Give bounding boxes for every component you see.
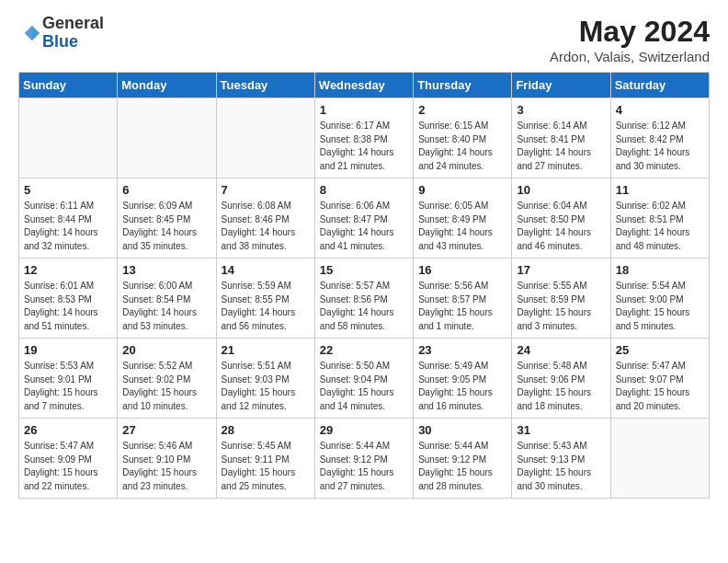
day-number: 6 xyxy=(122,183,210,197)
day-number: 12 xyxy=(24,263,112,277)
cell-info: Sunrise: 6:01 AM Sunset: 8:53 PM Dayligh… xyxy=(24,280,112,333)
logo-general-text: General xyxy=(42,15,104,33)
day-number: 29 xyxy=(320,423,408,437)
calendar-cell: 27Sunrise: 5:46 AM Sunset: 9:10 PM Dayli… xyxy=(118,419,216,499)
calendar-table: SundayMondayTuesdayWednesdayThursdayFrid… xyxy=(18,72,710,499)
day-header-wednesday: Wednesday xyxy=(314,73,413,98)
cell-info: Sunrise: 5:44 AM Sunset: 9:12 PM Dayligh… xyxy=(320,440,408,493)
calendar-cell xyxy=(610,419,709,499)
day-number: 2 xyxy=(418,103,506,117)
day-number: 27 xyxy=(122,423,210,437)
cell-info: Sunrise: 6:17 AM Sunset: 8:38 PM Dayligh… xyxy=(320,120,408,173)
calendar-cell: 15Sunrise: 5:57 AM Sunset: 8:56 PM Dayli… xyxy=(314,259,413,339)
cell-info: Sunrise: 6:09 AM Sunset: 8:45 PM Dayligh… xyxy=(122,200,210,253)
calendar-cell: 22Sunrise: 5:50 AM Sunset: 9:04 PM Dayli… xyxy=(314,339,413,419)
day-number: 15 xyxy=(320,263,408,277)
header-row: SundayMondayTuesdayWednesdayThursdayFrid… xyxy=(19,73,710,98)
day-number: 5 xyxy=(24,183,112,197)
calendar-cell: 10Sunrise: 6:04 AM Sunset: 8:50 PM Dayli… xyxy=(512,178,610,259)
calendar-cell: 13Sunrise: 6:00 AM Sunset: 8:54 PM Dayli… xyxy=(118,259,216,339)
calendar-cell xyxy=(19,98,118,178)
calendar-body: 1Sunrise: 6:17 AM Sunset: 8:38 PM Daylig… xyxy=(19,98,710,499)
logo-text: General Blue xyxy=(42,15,104,52)
cell-info: Sunrise: 5:54 AM Sunset: 9:00 PM Dayligh… xyxy=(616,280,704,333)
cell-info: Sunrise: 6:15 AM Sunset: 8:40 PM Dayligh… xyxy=(418,120,506,173)
week-row-1: 1Sunrise: 6:17 AM Sunset: 8:38 PM Daylig… xyxy=(19,98,710,178)
cell-info: Sunrise: 6:06 AM Sunset: 8:47 PM Dayligh… xyxy=(320,200,408,253)
calendar-cell: 30Sunrise: 5:44 AM Sunset: 9:12 PM Dayli… xyxy=(414,419,512,499)
calendar-cell: 12Sunrise: 6:01 AM Sunset: 8:53 PM Dayli… xyxy=(19,259,118,339)
day-header-sunday: Sunday xyxy=(19,73,118,98)
calendar-cell: 18Sunrise: 5:54 AM Sunset: 9:00 PM Dayli… xyxy=(610,259,709,339)
cell-info: Sunrise: 6:11 AM Sunset: 8:44 PM Dayligh… xyxy=(24,200,112,253)
calendar-cell: 17Sunrise: 5:55 AM Sunset: 8:59 PM Dayli… xyxy=(512,259,610,339)
cell-info: Sunrise: 6:04 AM Sunset: 8:50 PM Dayligh… xyxy=(517,200,605,253)
cell-info: Sunrise: 6:08 AM Sunset: 8:46 PM Dayligh… xyxy=(222,200,310,253)
calendar-cell: 24Sunrise: 5:48 AM Sunset: 9:06 PM Dayli… xyxy=(512,339,610,419)
cell-info: Sunrise: 5:44 AM Sunset: 9:12 PM Dayligh… xyxy=(418,440,506,493)
day-number: 26 xyxy=(24,423,112,437)
calendar-cell xyxy=(118,98,216,178)
cell-info: Sunrise: 5:48 AM Sunset: 9:06 PM Dayligh… xyxy=(517,360,605,413)
day-number: 28 xyxy=(222,423,310,437)
cell-info: Sunrise: 6:14 AM Sunset: 8:41 PM Dayligh… xyxy=(517,120,605,173)
day-number: 20 xyxy=(122,343,210,357)
month-year: May 2024 xyxy=(550,15,710,49)
calendar-cell: 20Sunrise: 5:52 AM Sunset: 9:02 PM Dayli… xyxy=(118,339,216,419)
calendar-wrapper: SundayMondayTuesdayWednesdayThursdayFrid… xyxy=(0,72,728,508)
day-number: 11 xyxy=(616,183,704,197)
logo-blue-text: Blue xyxy=(42,33,104,52)
page-header: General Blue May 2024 Ardon, Valais, Swi… xyxy=(0,0,728,72)
calendar-cell: 19Sunrise: 5:53 AM Sunset: 9:01 PM Dayli… xyxy=(19,339,118,419)
day-number: 13 xyxy=(122,263,210,277)
cell-info: Sunrise: 5:52 AM Sunset: 9:02 PM Dayligh… xyxy=(122,360,210,413)
calendar-cell: 26Sunrise: 5:47 AM Sunset: 9:09 PM Dayli… xyxy=(19,419,118,499)
cell-info: Sunrise: 5:59 AM Sunset: 8:55 PM Dayligh… xyxy=(222,280,310,333)
day-number: 21 xyxy=(222,343,310,357)
calendar-cell: 31Sunrise: 5:43 AM Sunset: 9:13 PM Dayli… xyxy=(512,419,610,499)
cell-info: Sunrise: 6:00 AM Sunset: 8:54 PM Dayligh… xyxy=(122,280,210,333)
cell-info: Sunrise: 5:50 AM Sunset: 9:04 PM Dayligh… xyxy=(320,360,408,413)
day-number: 16 xyxy=(418,263,506,277)
day-number: 4 xyxy=(616,103,704,117)
day-number: 10 xyxy=(517,183,605,197)
day-number: 22 xyxy=(320,343,408,357)
day-number: 1 xyxy=(320,103,408,117)
cell-info: Sunrise: 6:05 AM Sunset: 8:49 PM Dayligh… xyxy=(418,200,506,253)
calendar-cell: 9Sunrise: 6:05 AM Sunset: 8:49 PM Daylig… xyxy=(414,178,512,259)
day-header-friday: Friday xyxy=(512,73,610,98)
day-number: 31 xyxy=(517,423,605,437)
cell-info: Sunrise: 6:12 AM Sunset: 8:42 PM Dayligh… xyxy=(616,120,704,173)
calendar-cell: 7Sunrise: 6:08 AM Sunset: 8:46 PM Daylig… xyxy=(216,178,314,259)
cell-info: Sunrise: 5:51 AM Sunset: 9:03 PM Dayligh… xyxy=(222,360,310,413)
day-number: 3 xyxy=(517,103,605,117)
week-row-3: 12Sunrise: 6:01 AM Sunset: 8:53 PM Dayli… xyxy=(19,259,710,339)
day-number: 25 xyxy=(616,343,704,357)
day-header-monday: Monday xyxy=(118,73,216,98)
title-block: May 2024 Ardon, Valais, Switzerland xyxy=(550,15,710,64)
cell-info: Sunrise: 5:45 AM Sunset: 9:11 PM Dayligh… xyxy=(222,440,310,493)
day-header-saturday: Saturday xyxy=(610,73,709,98)
calendar-cell: 14Sunrise: 5:59 AM Sunset: 8:55 PM Dayli… xyxy=(216,259,314,339)
calendar-cell: 2Sunrise: 6:15 AM Sunset: 8:40 PM Daylig… xyxy=(414,98,512,178)
day-header-thursday: Thursday xyxy=(414,73,512,98)
calendar-cell: 6Sunrise: 6:09 AM Sunset: 8:45 PM Daylig… xyxy=(118,178,216,259)
cell-info: Sunrise: 5:57 AM Sunset: 8:56 PM Dayligh… xyxy=(320,280,408,333)
calendar-cell: 16Sunrise: 5:56 AM Sunset: 8:57 PM Dayli… xyxy=(414,259,512,339)
day-number: 24 xyxy=(517,343,605,357)
calendar-cell: 5Sunrise: 6:11 AM Sunset: 8:44 PM Daylig… xyxy=(19,178,118,259)
day-header-tuesday: Tuesday xyxy=(216,73,314,98)
calendar-cell: 8Sunrise: 6:06 AM Sunset: 8:47 PM Daylig… xyxy=(314,178,413,259)
logo-icon xyxy=(22,23,42,43)
calendar-cell: 29Sunrise: 5:44 AM Sunset: 9:12 PM Dayli… xyxy=(314,419,413,499)
calendar-cell: 28Sunrise: 5:45 AM Sunset: 9:11 PM Dayli… xyxy=(216,419,314,499)
day-number: 18 xyxy=(616,263,704,277)
calendar-cell: 1Sunrise: 6:17 AM Sunset: 8:38 PM Daylig… xyxy=(314,98,413,178)
cell-info: Sunrise: 5:53 AM Sunset: 9:01 PM Dayligh… xyxy=(24,360,112,413)
cell-info: Sunrise: 5:47 AM Sunset: 9:09 PM Dayligh… xyxy=(24,440,112,493)
day-number: 17 xyxy=(517,263,605,277)
cell-info: Sunrise: 5:43 AM Sunset: 9:13 PM Dayligh… xyxy=(517,440,605,493)
day-number: 14 xyxy=(222,263,310,277)
cell-info: Sunrise: 5:55 AM Sunset: 8:59 PM Dayligh… xyxy=(517,280,605,333)
day-number: 19 xyxy=(24,343,112,357)
